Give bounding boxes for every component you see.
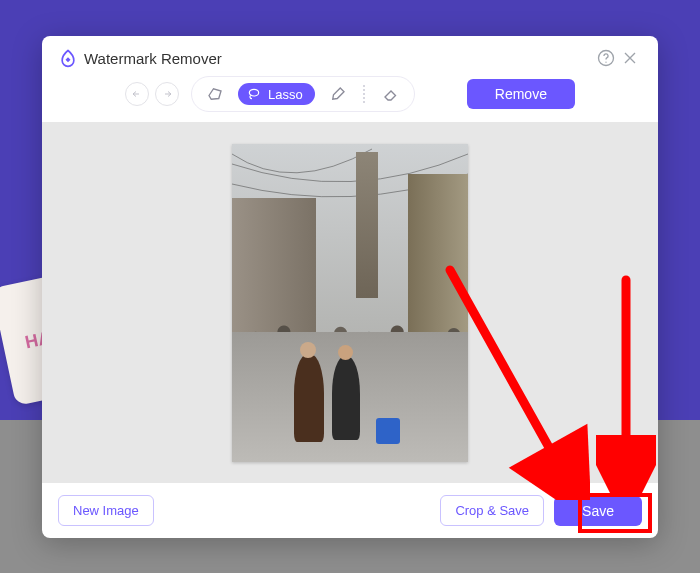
tool-divider (363, 85, 366, 103)
new-image-button[interactable]: New Image (58, 495, 154, 526)
redo-button[interactable] (155, 82, 179, 106)
crop-save-button[interactable]: Crop & Save (440, 495, 544, 526)
app-panel: Watermark Remover (42, 36, 658, 538)
save-button[interactable]: Save (554, 496, 642, 526)
app-logo-icon (58, 48, 78, 68)
lasso-label: Lasso (268, 87, 303, 102)
svg-point-2 (249, 89, 258, 96)
footer: New Image Crop & Save Save (42, 483, 658, 538)
brush-tool[interactable] (325, 81, 351, 107)
help-button[interactable] (594, 46, 618, 70)
toolbar: Lasso Remove (42, 76, 658, 122)
lasso-tool[interactable]: Lasso (238, 83, 315, 105)
app-title: Watermark Remover (84, 50, 222, 67)
canvas-area[interactable] (42, 122, 658, 483)
remove-button[interactable]: Remove (467, 79, 575, 109)
svg-point-1 (605, 62, 606, 63)
working-image[interactable] (232, 144, 468, 462)
stage: HA Watermark Remover (0, 0, 700, 573)
close-button[interactable] (618, 46, 642, 70)
polygon-tool[interactable] (202, 81, 228, 107)
titlebar: Watermark Remover (42, 36, 658, 76)
eraser-tool[interactable] (378, 81, 404, 107)
undo-button[interactable] (125, 82, 149, 106)
history-controls (125, 82, 179, 106)
selection-tools: Lasso (191, 76, 415, 112)
